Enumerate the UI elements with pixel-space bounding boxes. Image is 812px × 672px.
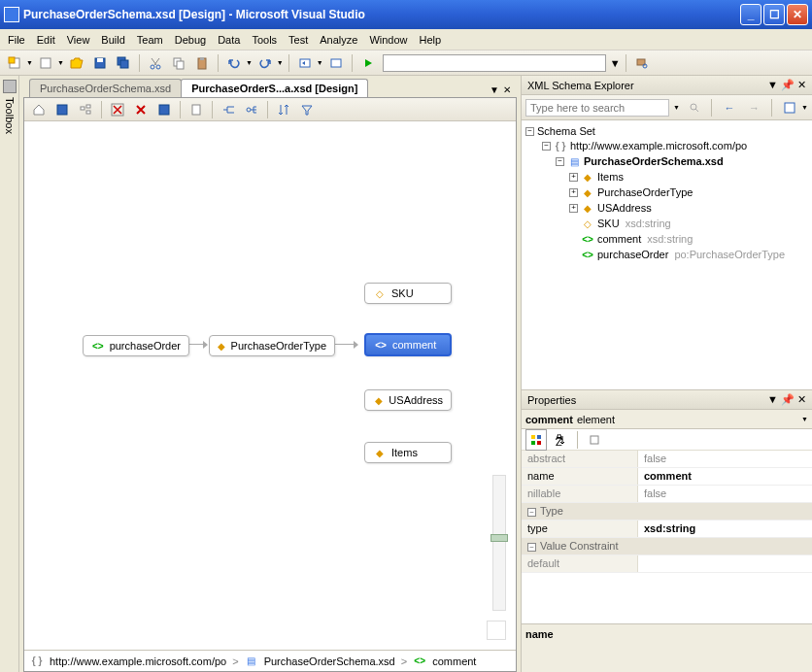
copy-button[interactable] [168, 52, 189, 74]
layout-lr-button[interactable] [218, 99, 239, 120]
panel-pin-icon[interactable]: 📌 [781, 393, 795, 406]
prop-category-type[interactable]: −Type [522, 503, 812, 521]
menu-file[interactable]: File [8, 34, 25, 46]
tab-source[interactable]: PurchaseOrderSchema.xsd [29, 79, 182, 97]
breadcrumb-element[interactable]: comment [432, 655, 476, 667]
alphabetical-button[interactable]: AZ [550, 429, 571, 451]
toolbox-tab[interactable]: Toolbox [0, 76, 19, 672]
prop-row-abstract[interactable]: abstractfalse [522, 451, 812, 468]
categorized-button[interactable] [525, 429, 547, 451]
expand-icon[interactable]: + [569, 173, 578, 182]
tab-menu-icon[interactable]: ▼ [490, 84, 499, 95]
menu-window[interactable]: Window [369, 34, 407, 46]
prop-row-type[interactable]: typexsd:string [522, 521, 812, 538]
config-dropdown-icon[interactable]: ▼ [610, 57, 621, 69]
schema-tree[interactable]: −Schema Set −{ }http://www.example.micro… [522, 120, 812, 389]
show-doc-button[interactable] [186, 99, 207, 120]
collapse-icon[interactable]: − [556, 157, 564, 166]
redo-button[interactable]: ▼ [254, 52, 284, 74]
config-combo[interactable] [383, 54, 606, 72]
panel-menu-icon[interactable]: ▼ [767, 393, 778, 406]
properties-subject[interactable]: comment element ▼ [522, 410, 812, 429]
explorer-options-button[interactable]: ▼ [779, 97, 808, 118]
properties-grid[interactable]: abstractfalse namecomment nillablefalse … [522, 451, 812, 623]
zoom-handle[interactable] [491, 534, 508, 542]
menu-tools[interactable]: Tools [252, 34, 277, 46]
menu-edit[interactable]: Edit [37, 34, 55, 46]
zoom-slider[interactable] [492, 475, 506, 611]
breadcrumb-file[interactable]: PurchaseOrderSchema.xsd [264, 655, 395, 667]
paste-button[interactable] [191, 52, 213, 74]
maximize-button[interactable]: ☐ [763, 4, 785, 25]
prop-category-vc[interactable]: −Value Constraint [522, 538, 812, 555]
tree-root[interactable]: −Schema Set [525, 124, 808, 138]
nav-forward-button[interactable] [325, 52, 347, 74]
collapse-icon[interactable]: − [527, 508, 536, 517]
clear-button[interactable] [130, 99, 152, 120]
menu-debug[interactable]: Debug [175, 34, 206, 46]
node-usaddress[interactable]: ◆ USAddress [364, 389, 452, 411]
tree-po[interactable]: <>purchaseOrderpo:PurchaseOrderType [525, 247, 808, 262]
design-canvas[interactable]: <> purchaseOrder ◆ PurchaseOrderType ◇ S… [24, 121, 516, 650]
tree-items[interactable]: +◆Items [525, 169, 808, 185]
tree-sku[interactable]: ◇SKUxsd:string [525, 216, 808, 231]
sort-button[interactable] [273, 99, 294, 120]
home-view-button[interactable] [28, 99, 50, 120]
prop-row-nillable[interactable]: nillablefalse [522, 486, 812, 503]
tree-file[interactable]: −▤PurchaseOrderSchema.xsd [525, 153, 808, 169]
add-item-button[interactable]: ▼ [35, 52, 64, 74]
tree-pot[interactable]: +◆PurchaseOrderType [525, 185, 808, 200]
node-items[interactable]: ◆ Items [364, 442, 452, 463]
menu-build[interactable]: Build [101, 34, 124, 46]
save-button[interactable] [89, 52, 111, 74]
nav-fwd-icon[interactable]: → [744, 97, 764, 118]
breadcrumb-ns[interactable]: http://www.example.microsoft.com/po [50, 655, 226, 667]
panel-close-icon[interactable]: ✕ [797, 79, 806, 91]
menu-team[interactable]: Team [137, 34, 163, 46]
panel-menu-icon[interactable]: ▼ [767, 79, 778, 91]
prop-row-default[interactable]: default [522, 555, 812, 573]
nav-back-icon[interactable]: ← [719, 97, 739, 118]
collapse-icon[interactable]: − [542, 142, 551, 151]
menu-analyze[interactable]: Analyze [320, 34, 357, 46]
panel-close-icon[interactable]: ✕ [797, 393, 806, 406]
open-button[interactable] [66, 52, 87, 74]
menu-data[interactable]: Data [218, 34, 240, 46]
tab-close-icon[interactable]: ✕ [503, 84, 511, 95]
tree-namespace[interactable]: −{ }http://www.example.microsoft.com/po [525, 138, 808, 153]
explorer-search-input[interactable] [525, 99, 669, 117]
new-project-button[interactable]: ▼ [4, 52, 33, 74]
nav-back-button[interactable]: ▼ [294, 52, 323, 74]
prop-row-name[interactable]: namecomment [522, 468, 812, 486]
graph-view-button[interactable] [75, 99, 96, 120]
save-diagram-button[interactable] [153, 99, 175, 120]
cut-button[interactable] [145, 52, 166, 74]
start-debug-button[interactable] [357, 52, 379, 74]
property-pages-button[interactable] [584, 429, 605, 451]
collapse-icon[interactable]: − [525, 127, 534, 136]
close-button[interactable]: ✕ [787, 4, 808, 25]
node-purchaseorder[interactable]: <> purchaseOrder [83, 335, 189, 356]
save-all-button[interactable] [113, 52, 134, 74]
node-sku[interactable]: ◇ SKU [364, 283, 452, 304]
menu-test[interactable]: Test [288, 34, 308, 46]
undo-button[interactable]: ▼ [223, 52, 253, 74]
node-purchaseordertype[interactable]: ◆ PurchaseOrderType [209, 335, 335, 356]
expand-icon[interactable]: + [569, 188, 578, 197]
tree-comment[interactable]: <>commentxsd:string [525, 231, 808, 247]
filter-button[interactable] [296, 99, 318, 120]
search-dropdown-icon[interactable]: ▼ [673, 104, 680, 111]
expand-icon[interactable]: + [569, 204, 578, 213]
minimize-button[interactable]: _ [740, 4, 761, 25]
dropdown-icon[interactable]: ▼ [801, 416, 808, 422]
tab-design[interactable]: PurchaseOrderS...a.xsd [Design] [181, 79, 368, 97]
menu-help[interactable]: Help [420, 34, 442, 46]
tree-usa[interactable]: +◆USAddress [525, 200, 808, 216]
find-button[interactable] [631, 52, 653, 74]
collapse-icon[interactable]: − [527, 543, 536, 552]
layout-tb-button[interactable] [241, 99, 262, 120]
content-model-button[interactable] [51, 99, 73, 120]
panel-pin-icon[interactable]: 📌 [781, 79, 795, 91]
node-comment[interactable]: <> comment [364, 333, 452, 356]
search-go-button[interactable] [684, 97, 704, 118]
